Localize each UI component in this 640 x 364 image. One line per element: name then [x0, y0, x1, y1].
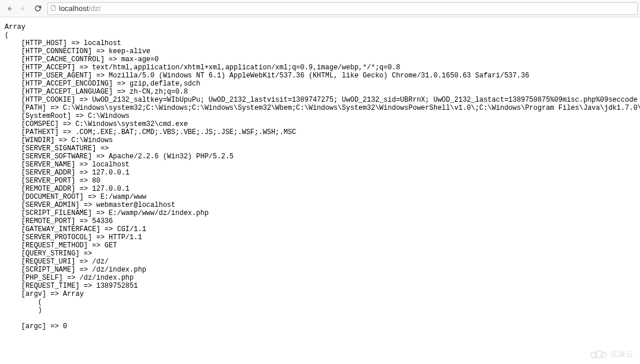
- arrow-left-icon: [5, 5, 13, 13]
- browser-toolbar: localhost/dz/: [0, 0, 640, 17]
- cloud-icon: [590, 349, 607, 359]
- page-content: Array ( [HTTP_HOST] => localhost [HTTP_C…: [0, 17, 640, 336]
- reload-button[interactable]: [30, 2, 45, 16]
- watermark-text: 亿速云: [611, 349, 633, 359]
- open-paren: (: [5, 31, 9, 39]
- forward-button[interactable]: [16, 2, 30, 16]
- url-host: localhost: [59, 4, 88, 13]
- reload-icon: [34, 4, 42, 13]
- url-bar[interactable]: localhost/dz/: [47, 2, 638, 15]
- svg-point-3: [595, 351, 603, 358]
- array-entries: [HTTP_HOST] => localhost [HTTP_CONNECTIO…: [5, 39, 640, 290]
- array-header: Array: [5, 23, 25, 31]
- arrow-right-icon: [19, 5, 27, 13]
- url-path: /dz/: [88, 4, 101, 13]
- back-button[interactable]: [2, 2, 16, 16]
- svg-point-4: [601, 352, 606, 358]
- page-icon: [50, 4, 57, 13]
- watermark: 亿速云: [590, 349, 633, 359]
